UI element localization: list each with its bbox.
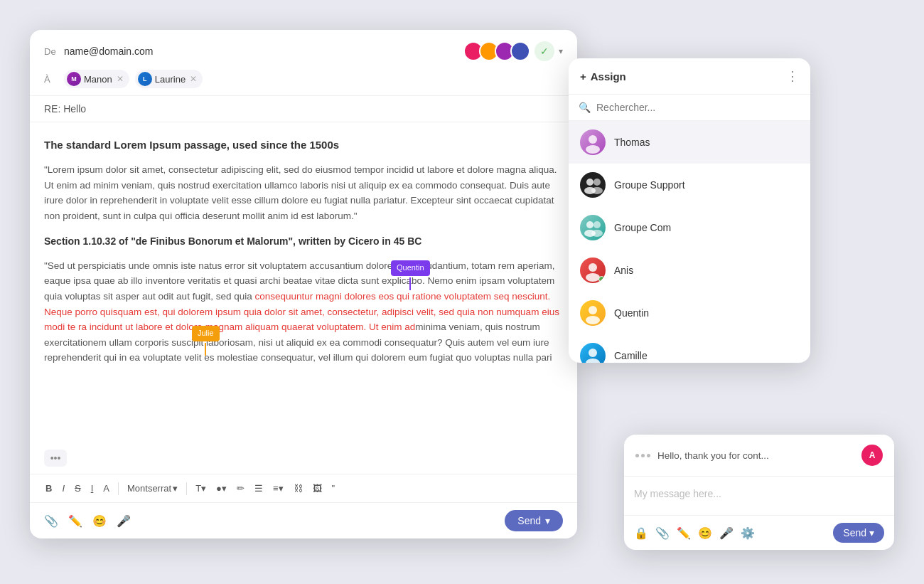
chat-footer: 🔒 📎 ✏️ 😊 🎤 ⚙️ Send ▾ (624, 515, 894, 550)
groupe-support-name: Groupe Support (614, 179, 685, 191)
assign-title-button[interactable]: + Assign (580, 70, 626, 83)
laurine-avatar: L (138, 72, 152, 86)
list-button[interactable]: ☰ (253, 482, 264, 495)
email-footer: 📎 ✏️ 😊 🎤 Send ▾ (30, 502, 577, 538)
svg-point-13 (586, 316, 600, 324)
lock-icon[interactable]: 🔒 (634, 526, 648, 540)
assign-item-camille[interactable]: Camille (569, 334, 810, 363)
chat-dot-1 (635, 454, 639, 457)
julie-annotation: Julie (192, 326, 220, 356)
check-button[interactable]: ✓ (534, 41, 554, 61)
send-chevron-icon: ▾ (545, 515, 550, 526)
from-actions: ✓ ▾ (463, 41, 563, 61)
assign-plus-icon: + (580, 70, 586, 83)
from-address: name@domain.com (64, 46, 463, 57)
anis-name: Anis (614, 265, 633, 276)
body-para1: "Lorem ipsum dolor sit amet, consectetur… (44, 162, 563, 223)
assign-item-groupe-support[interactable]: Groupe Support (569, 164, 810, 206)
chat-settings-icon[interactable]: ⚙️ (741, 526, 755, 540)
assign-header: + Assign ⋮ (569, 58, 810, 95)
chat-send-chevron-icon: ▾ (869, 527, 874, 538)
avatar-4[interactable] (510, 41, 530, 61)
chat-message-preview: Hello, thank you for cont... A (624, 435, 894, 477)
template-icon[interactable]: ✏️ (68, 514, 82, 528)
search-input[interactable] (596, 102, 800, 113)
from-label: De (44, 46, 64, 57)
thomas-name: Thomas (614, 137, 650, 148)
email-compose-window: De name@domain.com ✓ ▾ À M Manon ✕ (30, 30, 577, 538)
camille-name: Camille (614, 350, 648, 361)
toolbar-divider-1 (118, 482, 119, 495)
groupe-support-avatar (580, 172, 606, 198)
more-button[interactable]: ••• (44, 450, 67, 467)
assign-item-anis[interactable]: Anis (569, 249, 810, 292)
send-button[interactable]: Send ▾ (505, 510, 563, 531)
assign-item-groupe-com[interactable]: Groupe Com (569, 206, 810, 249)
attach-icon[interactable]: 📎 (44, 514, 58, 528)
chat-mic-icon[interactable]: 🎤 (719, 526, 734, 540)
text-style-button[interactable]: T▾ (194, 482, 208, 495)
chat-template-icon[interactable]: ✏️ (677, 526, 691, 540)
quentin-assign-avatar (580, 300, 606, 326)
svg-point-0 (589, 135, 597, 144)
anis-avatar (580, 258, 606, 283)
svg-point-3 (593, 179, 601, 186)
assign-item-thomas[interactable]: Thomas (569, 121, 810, 164)
to-label: À (44, 74, 64, 85)
quentin-label: Quentin (391, 260, 430, 276)
email-subject: RE: Hello (30, 96, 577, 122)
chat-attach-icon[interactable]: 📎 (655, 526, 670, 540)
strikethrough-button[interactable]: S (73, 482, 82, 495)
emoji-icon[interactable]: 😊 (92, 514, 107, 528)
svg-point-11 (586, 273, 600, 282)
recipient-laurine[interactable]: L Laurine ✕ (135, 70, 203, 88)
dropdown-arrow-icon[interactable]: ▾ (559, 46, 563, 56)
manon-remove-icon[interactable]: ✕ (117, 74, 124, 84)
svg-point-6 (586, 221, 593, 228)
camille-avatar (580, 343, 606, 363)
laurine-remove-icon[interactable]: ✕ (190, 74, 197, 84)
mic-icon[interactable]: 🎤 (117, 514, 131, 528)
assign-more-button[interactable]: ⋮ (786, 68, 799, 84)
chat-emoji-icon[interactable]: 😊 (698, 526, 712, 540)
email-header: De name@domain.com ✓ ▾ À M Manon ✕ (30, 30, 577, 96)
svg-point-1 (586, 145, 600, 154)
font-size-button[interactable]: A (102, 482, 111, 495)
svg-point-15 (586, 359, 600, 363)
chat-input-area[interactable]: My message here... (624, 477, 894, 515)
svg-point-2 (586, 179, 593, 186)
chat-dot-3 (647, 454, 650, 457)
chat-typing-dots (635, 454, 650, 457)
chat-input-placeholder[interactable]: My message here... (634, 485, 884, 506)
email-body[interactable]: Quentin Julie Tim The standard Lorem Ips… (30, 122, 577, 450)
underline-button[interactable]: I (90, 482, 95, 495)
color-button[interactable]: ●▾ (215, 482, 228, 495)
chat-user-avatar: A (861, 445, 883, 466)
link-button[interactable]: ⛓ (292, 482, 304, 495)
search-icon: 🔍 (579, 102, 591, 113)
avatar-stack (463, 41, 530, 61)
bold-button[interactable]: B (44, 482, 53, 495)
assign-panel: + Assign ⋮ 🔍 Thomas (569, 58, 810, 363)
font-family-button[interactable]: Montserrat ▾ (126, 482, 179, 495)
chat-send-button[interactable]: Send ▾ (833, 523, 884, 543)
email-toolbar: B I S I A Montserrat ▾ T▾ ●▾ ✏ ☰ ≡▾ ⛓ 🖼 … (30, 474, 577, 502)
chat-bubble: Hello, thank you for cont... A My messag… (624, 435, 894, 550)
julie-cursor (205, 343, 206, 356)
assign-title: Assign (591, 70, 626, 83)
image-button[interactable]: 🖼 (311, 482, 323, 495)
email-to-row: À M Manon ✕ L Laurine ✕ (44, 70, 563, 95)
assign-item-quentin[interactable]: Quentin (569, 292, 810, 334)
recipient-manon[interactable]: M Manon ✕ (64, 70, 129, 88)
quentin-assign-name: Quentin (614, 307, 649, 319)
quote-button[interactable]: " (331, 482, 337, 495)
body-heading2: Section 1.10.32 of "de Finibus Bonorum e… (44, 233, 563, 249)
manon-name: Manon (84, 74, 112, 85)
laurine-name: Laurine (155, 74, 186, 85)
align-button[interactable]: ≡▾ (272, 482, 285, 495)
italic-button[interactable]: I (60, 482, 66, 495)
email-from-row: De name@domain.com ✓ ▾ (44, 41, 563, 61)
julie-label: Julie (192, 326, 220, 341)
groupe-com-name: Groupe Com (614, 222, 671, 233)
highlight-button[interactable]: ✏ (235, 482, 246, 495)
